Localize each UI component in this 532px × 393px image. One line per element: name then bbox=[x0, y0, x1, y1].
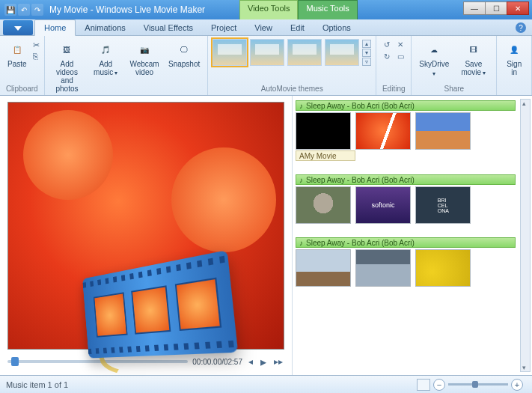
main-area: 00:00.00/02:57 ◂ ▸ ▸▸ ♪ Sleep Away - Bob… bbox=[0, 96, 532, 375]
storyboard-clip[interactable] bbox=[296, 112, 351, 150]
webcam-video-button[interactable]: 📷 Webcam video bbox=[126, 39, 162, 78]
rotate-left-icon[interactable]: ↺ bbox=[381, 39, 393, 49]
cut-icon[interactable]: ✂ bbox=[33, 40, 40, 50]
play-button[interactable]: ▸ bbox=[259, 355, 268, 369]
tab-options[interactable]: Options bbox=[314, 20, 360, 35]
title-clip-label: My Movie bbox=[305, 152, 337, 160]
music-track-strip[interactable]: ♪ Sleep Away - Bob Acri (Bob Acri) bbox=[296, 237, 516, 248]
timecode-display: 00:00.00/02:57 bbox=[192, 358, 242, 366]
status-bar: Music item 1 of 1 − + bbox=[0, 375, 532, 393]
delete-icon[interactable]: ✕ bbox=[394, 39, 406, 49]
save-movie-icon: 🎞 bbox=[465, 40, 483, 58]
music-track-strip[interactable]: ♪ Sleep Away - Bob Acri (Bob Acri) bbox=[296, 100, 516, 111]
storyboard-clip[interactable] bbox=[355, 186, 411, 224]
webcam-icon: 📷 bbox=[135, 40, 153, 58]
help-icon[interactable]: ? bbox=[516, 22, 526, 33]
music-track-label: Sleep Away - Bob Acri (Bob Acri) bbox=[306, 239, 415, 247]
group-label-clipboard: Clipboard bbox=[4, 84, 40, 94]
theme-item[interactable] bbox=[250, 39, 284, 66]
ribbon-tab-strip: Home Animations Visual Effects Project V… bbox=[0, 19, 532, 36]
gallery-down-icon[interactable]: ▾ bbox=[362, 49, 371, 57]
context-tab-music-tools[interactable]: Music Tools bbox=[298, 0, 357, 19]
gallery-up-icon[interactable]: ▴ bbox=[362, 40, 371, 48]
qat-save-icon[interactable]: 💾 bbox=[4, 4, 16, 16]
player-controls: 00:00.00/02:57 ◂ ▸ ▸▸ bbox=[7, 350, 284, 369]
title-clip-strip[interactable]: A My Movie bbox=[296, 150, 355, 161]
minimize-button[interactable]: — bbox=[463, 1, 486, 15]
window-title: My Movie - Windows Live Movie Maker bbox=[49, 4, 205, 15]
skydrive-button[interactable]: ☁ SkyDrive bbox=[416, 39, 452, 79]
context-tab-video-tools[interactable]: Video Tools bbox=[239, 0, 298, 19]
copy-icon[interactable]: ⎘ bbox=[33, 52, 40, 61]
window-controls: — ☐ ✕ bbox=[464, 1, 529, 15]
automovie-theme-gallery: ▴ ▾ ▿ bbox=[213, 39, 371, 66]
qat-undo-icon[interactable]: ↶ bbox=[18, 4, 30, 16]
snapshot-button[interactable]: 🖵 Snapshot bbox=[165, 39, 203, 70]
music-note-icon: ♪ bbox=[299, 102, 303, 110]
rotate-right-icon[interactable]: ↻ bbox=[381, 51, 393, 61]
ribbon: 📋 Paste ✂ ⎘ Clipboard 🖼 Add videos and p… bbox=[0, 36, 532, 96]
close-button[interactable]: ✕ bbox=[507, 1, 529, 15]
group-label-editing: Editing bbox=[381, 84, 406, 94]
seek-slider[interactable] bbox=[7, 360, 188, 363]
tab-visual-effects[interactable]: Visual Effects bbox=[135, 20, 202, 35]
storyboard-clip[interactable] bbox=[415, 112, 471, 150]
storyboard-row: ♪ Sleep Away - Bob Acri (Bob Acri) A My … bbox=[296, 100, 516, 161]
music-note-icon: ♪ bbox=[299, 176, 303, 184]
tab-animations[interactable]: Animations bbox=[76, 20, 134, 35]
add-music-icon: 🎵 bbox=[97, 40, 114, 58]
zoom-slider[interactable] bbox=[448, 383, 508, 386]
add-music-button[interactable]: 🎵 Add music bbox=[88, 39, 123, 79]
storyboard-clip[interactable] bbox=[355, 249, 411, 287]
prev-frame-button[interactable]: ◂ bbox=[247, 356, 254, 367]
quick-access-toolbar: 💾 ↶ ↷ bbox=[4, 4, 43, 16]
storyboard-row: ♪ Sleep Away - Bob Acri (Bob Acri) bbox=[296, 174, 516, 224]
group-clipboard: 📋 Paste ✂ ⎘ Clipboard bbox=[0, 36, 45, 95]
sign-in-button[interactable]: 👤 Sign in bbox=[501, 39, 527, 78]
signin-icon: 👤 bbox=[505, 40, 523, 58]
contextual-tabs: Video Tools Music Tools bbox=[239, 0, 358, 19]
storyboard-scrollbar[interactable] bbox=[520, 99, 531, 372]
select-all-icon[interactable]: ▭ bbox=[394, 51, 406, 61]
add-videos-button[interactable]: 🖼 Add videos and photos bbox=[49, 39, 85, 94]
group-label-automovie: AutoMovie themes bbox=[213, 84, 371, 94]
storyboard-pane[interactable]: ♪ Sleep Away - Bob Acri (Bob Acri) A My … bbox=[292, 96, 532, 375]
title-bar: 💾 ↶ ↷ My Movie - Windows Live Movie Make… bbox=[0, 0, 532, 19]
add-videos-icon: 🖼 bbox=[58, 40, 76, 58]
skydrive-icon: ☁ bbox=[425, 40, 443, 58]
theme-gallery-nav: ▴ ▾ ▿ bbox=[362, 40, 371, 66]
zoom-out-button[interactable]: − bbox=[433, 379, 445, 391]
music-track-label: Sleep Away - Bob Acri (Bob Acri) bbox=[306, 176, 415, 184]
zoom-in-button[interactable]: + bbox=[511, 379, 523, 391]
group-signin: 👤 Sign in bbox=[497, 36, 532, 95]
maximize-button[interactable]: ☐ bbox=[485, 1, 507, 15]
preview-pane: 00:00.00/02:57 ◂ ▸ ▸▸ bbox=[0, 96, 292, 375]
gallery-more-icon[interactable]: ▿ bbox=[362, 58, 371, 66]
snapshot-icon: 🖵 bbox=[175, 40, 193, 58]
preview-monitor[interactable] bbox=[7, 102, 284, 350]
save-movie-button[interactable]: 🎞 Save movie bbox=[455, 39, 492, 79]
tab-home[interactable]: Home bbox=[34, 19, 76, 36]
paste-button[interactable]: 📋 Paste bbox=[4, 39, 30, 70]
group-add: 🖼 Add videos and photos 🎵 Add music 📷 We… bbox=[45, 36, 209, 95]
paste-icon: 📋 bbox=[8, 40, 26, 58]
view-mode-button[interactable] bbox=[417, 379, 430, 391]
storyboard-clip[interactable] bbox=[296, 186, 351, 224]
group-label-signin bbox=[501, 92, 527, 94]
qat-redo-icon[interactable]: ↷ bbox=[31, 4, 43, 16]
storyboard-clip[interactable] bbox=[415, 249, 471, 287]
storyboard-clip[interactable] bbox=[355, 112, 411, 150]
title-prefix: A bbox=[299, 152, 305, 160]
tab-project[interactable]: Project bbox=[202, 20, 245, 35]
next-frame-button[interactable]: ▸▸ bbox=[272, 356, 284, 367]
file-menu-button[interactable] bbox=[3, 20, 33, 35]
music-track-strip[interactable]: ♪ Sleep Away - Bob Acri (Bob Acri) bbox=[296, 174, 516, 185]
tab-edit[interactable]: Edit bbox=[281, 20, 314, 35]
theme-item[interactable] bbox=[213, 39, 247, 66]
tab-view[interactable]: View bbox=[245, 20, 281, 35]
theme-item[interactable] bbox=[325, 39, 359, 66]
storyboard-clip[interactable] bbox=[296, 249, 351, 287]
theme-item[interactable] bbox=[287, 39, 322, 66]
preview-frame-image bbox=[8, 103, 284, 349]
storyboard-clip[interactable] bbox=[415, 186, 471, 224]
